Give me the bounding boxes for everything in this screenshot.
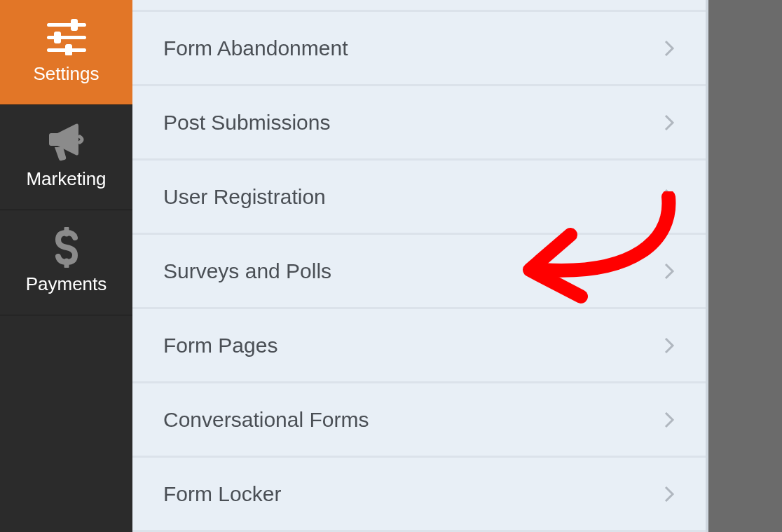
chevron-right-icon bbox=[664, 188, 675, 206]
list-row-user-registration[interactable]: User Registration bbox=[132, 161, 706, 235]
chevron-right-icon bbox=[664, 336, 675, 355]
right-gutter bbox=[708, 0, 782, 532]
sidebar-item-payments[interactable]: Payments bbox=[0, 210, 132, 315]
svg-rect-0 bbox=[47, 23, 86, 27]
list-row-label: Form Abandonment bbox=[163, 36, 348, 60]
dollar-icon bbox=[54, 227, 79, 268]
svg-rect-5 bbox=[65, 44, 72, 55]
chevron-right-icon bbox=[664, 114, 675, 132]
chevron-right-icon bbox=[664, 485, 675, 503]
sidebar-item-label: Payments bbox=[26, 273, 107, 295]
list-row-surveys-and-polls[interactable]: Surveys and Polls bbox=[132, 235, 706, 309]
megaphone-icon bbox=[45, 122, 88, 163]
sidebar-item-settings[interactable]: Settings bbox=[0, 0, 132, 105]
svg-rect-3 bbox=[54, 32, 61, 43]
list-row-form-pages[interactable]: Form Pages bbox=[132, 309, 706, 383]
settings-list: Form Abandonment Post Submissions User R… bbox=[132, 0, 706, 532]
sliders-icon bbox=[44, 17, 89, 57]
list-row-label: Form Pages bbox=[163, 334, 277, 357]
list-row-form-locker[interactable]: Form Locker bbox=[132, 458, 706, 532]
list-row-conversational-forms[interactable]: Conversational Forms bbox=[132, 383, 706, 458]
list-row-label: Conversational Forms bbox=[163, 408, 369, 432]
list-row-label: Form Locker bbox=[163, 482, 281, 506]
list-row-label: Post Submissions bbox=[163, 111, 330, 135]
list-row-form-abandonment[interactable]: Form Abandonment bbox=[132, 12, 706, 86]
list-row-spacer bbox=[132, 0, 706, 12]
sidebar-item-marketing[interactable]: Marketing bbox=[0, 105, 132, 210]
list-row-post-submissions[interactable]: Post Submissions bbox=[132, 86, 706, 161]
svg-rect-2 bbox=[47, 36, 86, 39]
chevron-right-icon bbox=[664, 411, 675, 429]
chevron-right-icon bbox=[664, 39, 675, 57]
sidebar-item-label: Marketing bbox=[26, 168, 106, 190]
list-row-label: Surveys and Polls bbox=[163, 259, 331, 283]
sidebar-item-label: Settings bbox=[34, 63, 100, 85]
svg-rect-1 bbox=[71, 19, 78, 31]
sidebar: Settings Marketing Payments bbox=[0, 0, 132, 532]
list-row-label: User Registration bbox=[163, 185, 326, 209]
chevron-right-icon bbox=[664, 262, 675, 280]
main-panel: Form Abandonment Post Submissions User R… bbox=[132, 0, 708, 532]
